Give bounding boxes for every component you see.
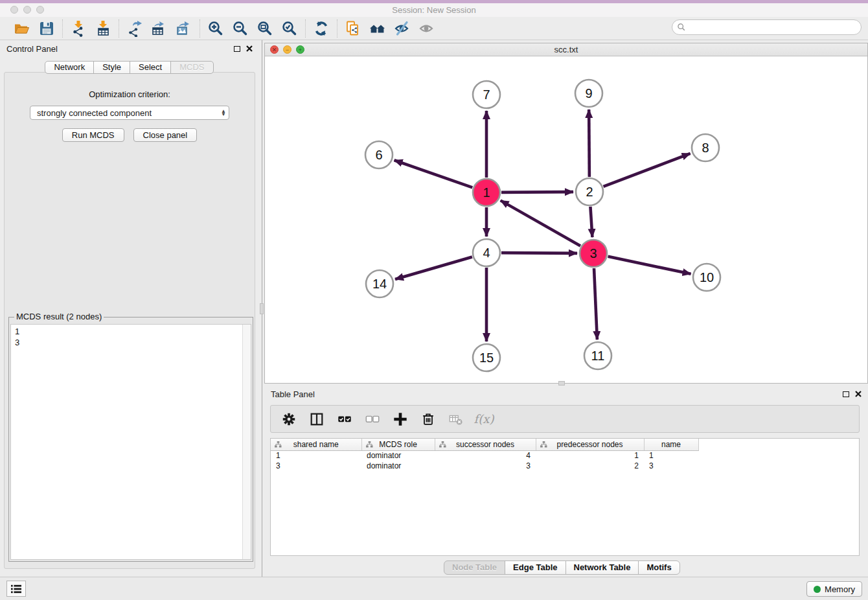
graph-node-2[interactable]: 2 [576, 178, 603, 205]
close-panel-button[interactable]: Close panel [133, 128, 198, 142]
mcds-tab-content: Optimization criterion: strongly connect… [4, 72, 255, 569]
graph-node-8[interactable]: 8 [692, 134, 719, 161]
graph-edge-4-14[interactable] [395, 257, 472, 279]
graph-edge-4-3[interactable] [501, 253, 577, 253]
apply-function-button: f(x) [475, 410, 493, 428]
horizontal-splitter-handle[interactable] [558, 381, 565, 386]
table-row[interactable]: 3dominator323 [271, 461, 698, 471]
first-neighbors-button[interactable] [368, 19, 387, 38]
splitter-handle[interactable] [260, 303, 264, 314]
zoom-fit-button[interactable] [255, 19, 275, 38]
search-box[interactable] [672, 19, 862, 35]
zoom-out-button[interactable] [231, 19, 250, 38]
network-minimize-button[interactable]: − [283, 45, 291, 54]
network-window-titlebar[interactable]: ✕ − + scc.txt [265, 43, 867, 56]
tab-edge-table[interactable]: Edge Table [505, 560, 565, 575]
tab-select[interactable]: Select [130, 61, 171, 74]
float-table-panel-icon[interactable] [843, 391, 849, 397]
cell-shared-name[interactable]: 1 [271, 450, 361, 461]
graph-node-6[interactable]: 6 [365, 141, 393, 168]
column-header-successor-nodes[interactable]: successor nodes [435, 439, 536, 450]
cell-predecessor-nodes[interactable]: 1 [536, 450, 644, 461]
graph-node-9[interactable]: 9 [575, 80, 602, 107]
column-header-shared-name[interactable]: shared name [271, 439, 361, 450]
graph-edge-2-3[interactable] [590, 207, 592, 237]
export-image-icon [176, 20, 192, 37]
delete-column-button[interactable] [419, 410, 437, 428]
graph-edge-3-11[interactable] [594, 268, 597, 340]
clone-network-button[interactable] [343, 19, 363, 38]
tab-network-table[interactable]: Network Table [565, 560, 639, 575]
graph-node-1[interactable]: 1 [473, 179, 500, 206]
network-maximize-button[interactable]: + [296, 45, 304, 54]
column-header-name[interactable]: name [644, 439, 698, 450]
tab-style[interactable]: Style [93, 61, 130, 74]
graph-node-10[interactable]: 10 [693, 264, 720, 291]
main-toolbar [0, 17, 868, 40]
float-panel-icon[interactable] [234, 46, 240, 52]
column-sort-icon [439, 441, 446, 448]
table-row[interactable]: 1dominator411 [271, 450, 698, 461]
toggle-panels-button[interactable] [308, 410, 326, 428]
zoom-in-button[interactable] [206, 19, 225, 38]
refresh-icon [313, 20, 330, 37]
export-network-button[interactable] [125, 19, 144, 38]
run-mcds-button[interactable]: Run MCDS [62, 128, 124, 142]
mcds-result-textarea[interactable]: 13 [10, 324, 251, 560]
graph-edge-2-8[interactable] [604, 154, 691, 187]
cell-predecessor-nodes[interactable]: 2 [536, 461, 644, 471]
cell-MCDS-role[interactable]: dominator [361, 450, 435, 461]
network-close-button[interactable]: ✕ [270, 45, 279, 54]
deselect-all-button[interactable] [363, 410, 382, 428]
zoom-in-icon [207, 20, 224, 37]
close-panel-icon[interactable] [246, 45, 253, 52]
cell-name[interactable]: 3 [644, 461, 698, 471]
memory-button[interactable]: Memory [806, 581, 862, 597]
import-network-button[interactable] [69, 19, 88, 38]
add-column-button[interactable] [391, 410, 409, 428]
cell-MCDS-role[interactable]: dominator [361, 461, 435, 471]
optimization-criterion-select[interactable]: strongly connected component ▲▼ [30, 106, 229, 120]
show-hidden-button[interactable] [417, 19, 437, 38]
select-all-button[interactable] [336, 410, 354, 428]
open-file-button[interactable] [12, 19, 32, 38]
hide-selected-button[interactable] [393, 19, 412, 38]
graph-edge-3-1[interactable] [501, 200, 580, 246]
cell-successor-nodes[interactable]: 4 [435, 450, 536, 461]
tab-network[interactable]: Network [45, 61, 94, 74]
graph-node-3[interactable]: 3 [580, 240, 607, 267]
network-canvas[interactable]: 7968124314101511 [265, 56, 867, 383]
graph-node-15[interactable]: 15 [473, 344, 500, 371]
tab-mcds[interactable]: MCDS [170, 61, 213, 74]
graph-edge-3-10[interactable] [608, 257, 691, 274]
refresh-button[interactable] [312, 19, 331, 38]
save-session-icon [38, 20, 55, 37]
tab-node-table[interactable]: Node Table [444, 560, 505, 575]
cell-name[interactable]: 1 [644, 450, 698, 461]
graph-edge-2-9[interactable] [589, 110, 589, 177]
graph-node-7[interactable]: 7 [473, 81, 500, 108]
graph-edge-1-2[interactable] [501, 192, 573, 192]
zoom-selected-button[interactable] [280, 19, 299, 38]
cell-shared-name[interactable]: 3 [271, 461, 361, 471]
column-header-predecessor-nodes[interactable]: predecessor nodes [536, 439, 644, 450]
vertical-splitter[interactable] [259, 40, 264, 577]
graph-node-4[interactable]: 4 [473, 239, 500, 266]
close-table-panel-icon[interactable] [855, 391, 862, 397]
tab-motifs[interactable]: Motifs [638, 560, 680, 575]
import-table-button[interactable] [93, 19, 113, 38]
graph-edge-1-6[interactable] [394, 160, 473, 187]
settings-gear-button[interactable] [280, 410, 298, 428]
column-header-MCDS-role[interactable]: MCDS role [361, 439, 435, 450]
export-table-button[interactable] [150, 19, 169, 38]
graph-node-14[interactable]: 14 [366, 270, 393, 297]
node-table[interactable]: shared nameMCDS rolesuccessor nodesprede… [270, 438, 860, 556]
export-image-button[interactable] [174, 19, 194, 38]
result-scrollbar[interactable] [242, 325, 251, 559]
graph-node-11[interactable]: 11 [584, 342, 611, 369]
task-history-button[interactable] [6, 581, 26, 597]
memory-label: Memory [825, 584, 855, 594]
save-session-button[interactable] [37, 19, 56, 38]
cell-successor-nodes[interactable]: 3 [435, 461, 536, 471]
search-input[interactable] [686, 21, 861, 34]
